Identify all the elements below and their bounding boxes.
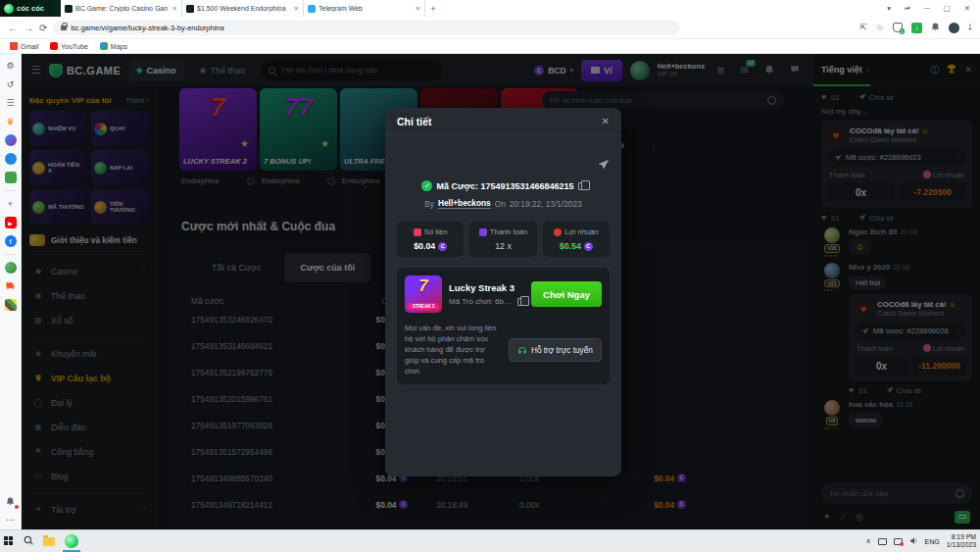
adblock-shield-icon[interactable]: 1 [893, 23, 903, 32]
user-avatar[interactable] [824, 400, 840, 416]
back-button[interactable]: ← [8, 23, 18, 33]
user-avatar[interactable] [824, 263, 840, 278]
info-icon[interactable]: i [327, 177, 335, 185]
messenger-icon[interactable] [5, 134, 17, 146]
game-card-7-bonus-up[interactable]: 77 ★ 7 Bonus Up! [260, 88, 337, 171]
like-heart-icon[interactable]: ♥ [849, 385, 854, 395]
perk-reload[interactable]: NẠP LẠI [91, 150, 149, 185]
reload-button[interactable]: ⟳ [39, 23, 47, 33]
sidebar-item-vip-club[interactable]: ♛VIP Câu lạc bộ [29, 366, 149, 390]
share-action[interactable]: Chia sẻ [858, 214, 894, 223]
newsfeed-icon[interactable]: ☰ [5, 97, 17, 109]
notifications-bell-icon[interactable] [5, 495, 17, 507]
game-app-icon[interactable] [5, 299, 17, 311]
perk-bonus-money[interactable]: TIỀN THƯỞNG [91, 189, 149, 225]
tray-hidden-icons[interactable]: ∧ [865, 537, 870, 545]
start-button[interactable] [4, 536, 14, 546]
coccoc-taskbar-icon[interactable] [65, 534, 78, 548]
comment-input[interactable] [550, 96, 762, 105]
vip-more-link[interactable]: Thêm › [125, 96, 149, 105]
history-icon[interactable]: ↺ [5, 78, 17, 90]
taskbar-search-icon[interactable] [24, 535, 33, 547]
copy-icon[interactable] [578, 182, 585, 190]
menu-hamburger-icon[interactable]: ☰ [31, 64, 41, 76]
youtube-app-icon[interactable]: ▶ [5, 217, 17, 228]
player-name-link[interactable]: Hell+beckons [438, 198, 491, 209]
mail-icon[interactable]: ✉17 [741, 65, 749, 75]
cart-icon[interactable]: ⛟ [5, 280, 17, 292]
more-icon[interactable]: ⋯ [5, 514, 17, 526]
download-extension-icon[interactable]: ↓ [911, 23, 922, 33]
sidebar-item-promotions[interactable]: ◈Khuyến mãi [29, 341, 149, 366]
modal-close-icon[interactable]: ✕ [602, 116, 610, 126]
game-search-input[interactable] [280, 66, 434, 75]
bell-icon[interactable] [764, 65, 774, 76]
bookmark-star-icon[interactable]: ☆ [876, 23, 884, 32]
bookmark-maps[interactable]: Maps [100, 42, 127, 50]
profile-avatar[interactable] [949, 23, 959, 33]
volume-icon[interactable] [909, 536, 918, 546]
chat-language-tab[interactable]: Tiếng việt [821, 65, 862, 75]
sidebar-item-sports[interactable]: ◉Thể thao [29, 283, 149, 308]
url-input[interactable] [71, 24, 672, 32]
referral-link[interactable]: Giới thiệu và kiếm tiền [29, 234, 149, 246]
sidebar-item-blog[interactable]: ▭Blog [29, 464, 149, 488]
coin-drop-icon[interactable]: ◎ [856, 512, 863, 522]
coccoc-brand[interactable]: cốc cốc [0, 0, 61, 17]
add-shortcut-icon[interactable]: + [5, 198, 17, 210]
perk-bonus-code[interactable]: MÃ THƯỞNG [29, 189, 87, 225]
like-heart-icon[interactable]: ♥ [821, 213, 826, 223]
share-icon[interactable]: ⇱ [859, 23, 867, 32]
keyboard-icon[interactable] [955, 511, 970, 524]
forward-button[interactable]: → [24, 23, 33, 33]
like-heart-icon[interactable]: ♥ [821, 92, 826, 102]
bcgame-logo[interactable]: BC.GAME [49, 64, 121, 77]
user-info[interactable]: Hell+beckons VIP 39 [658, 63, 706, 78]
downloads-tray-icon[interactable]: ⭣ [968, 23, 972, 33]
bet-reference-link[interactable]: Mã cược: #228696026 › [855, 323, 966, 339]
live-support-button[interactable]: Hỗ trợ trực tuyến [509, 338, 602, 362]
user-avatar[interactable] [824, 227, 840, 243]
sidebar-item-fairness[interactable]: ⚑Công bằng [29, 439, 149, 464]
sidebar-item-forum[interactable]: ▣Diễn đàn [29, 415, 149, 439]
trophy-icon[interactable] [947, 64, 956, 75]
new-tab-button[interactable]: + [425, 0, 441, 17]
game-thumbnail[interactable]: 7 STREAK 3 [405, 276, 442, 313]
window-minimize-button[interactable]: ─ [924, 4, 929, 13]
sidebar-item-casino[interactable]: ◆Casino› [29, 259, 149, 283]
tab-all-bets[interactable]: Tất cả Cược [196, 253, 276, 282]
display-icon[interactable] [878, 538, 887, 545]
bookmark-youtube[interactable]: YouTube [50, 42, 88, 50]
user-avatar[interactable] [630, 61, 650, 80]
turn-off-icon[interactable]: ↫ [905, 4, 910, 13]
settings-gear-icon[interactable]: ⚙ [5, 60, 17, 72]
bookmark-gmail[interactable]: Gmail [10, 42, 38, 50]
tab-my-bets[interactable]: Cược của tôi [284, 253, 370, 282]
chat-toggle-icon[interactable] [790, 65, 800, 76]
play-now-button[interactable]: Chơi Ngay [531, 281, 602, 307]
tab-endorphina-promo[interactable]: $1,500 Weekend Endorphina ✕ [182, 0, 304, 17]
chat-close-icon[interactable]: ✕ [964, 65, 972, 75]
perk-rakeback[interactable]: HOÀN TIỀN X [29, 150, 87, 185]
rain-icon[interactable]: ✦ [823, 512, 831, 522]
bet-row[interactable]: 175491349718214412 $0.04C 20:18:49 0.00x… [167, 491, 808, 518]
file-explorer-icon[interactable] [43, 537, 55, 546]
facebook-app-icon[interactable]: f [5, 235, 17, 247]
chat-rules-icon[interactable]: ⁄ [843, 512, 845, 522]
share-action[interactable]: Chia sẻ [886, 386, 921, 395]
game-card-lucky-streak-2[interactable]: 7 ★ Lucky Streak 2 [179, 88, 257, 171]
sidebar-item-sponsorship[interactable]: ✦Tài trợ› [29, 497, 149, 522]
emoji-icon[interactable]: ◡ [956, 489, 964, 498]
security-alert-icon[interactable] [894, 538, 903, 545]
clock[interactable]: 8:19 PM 1/13/2023 [947, 533, 976, 549]
sidebar-item-lottery[interactable]: ▦Xổ số [29, 308, 149, 332]
address-bar[interactable] [53, 21, 680, 35]
game-search-box[interactable] [261, 61, 442, 80]
gamepad-icon[interactable] [5, 172, 17, 183]
wallet-button[interactable]: Ví [581, 60, 622, 81]
more-dots-icon[interactable]: ⋮ [651, 143, 659, 152]
zalo-icon[interactable] [5, 153, 17, 165]
share-action[interactable]: Chia sẻ [858, 93, 894, 102]
copy-icon[interactable] [517, 298, 524, 306]
info-icon[interactable]: i [247, 177, 255, 185]
